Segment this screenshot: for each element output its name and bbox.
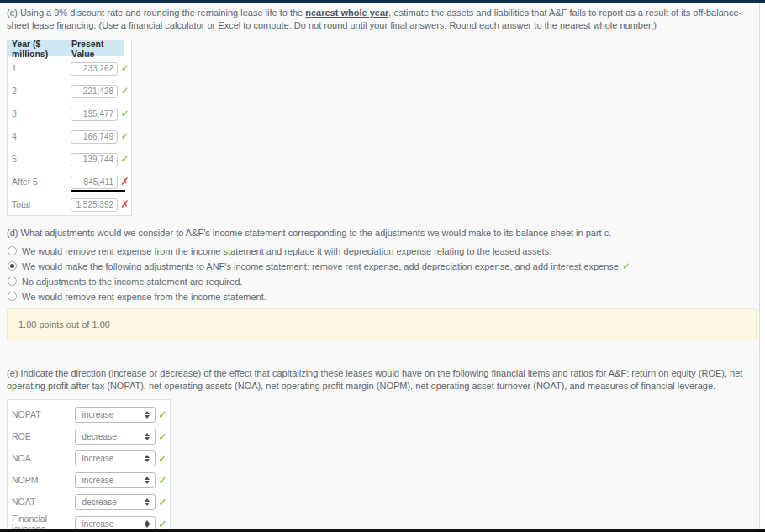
nopat-direction-select[interactable]: increase: [75, 407, 156, 423]
input-cell: [71, 128, 119, 144]
input-cell: [71, 105, 119, 121]
row-label: 3: [8, 108, 71, 119]
correct-check-icon: ✓: [119, 154, 131, 164]
column-header-result: [124, 40, 131, 56]
part-c-question-prefix: (c) Using a 9% discount rate and roundin…: [7, 8, 305, 18]
ratio-row-noa: NOA increase ✓: [8, 447, 170, 469]
present-value-table: Year ($ millions) Present Value 1 ✓ 2 ✓: [7, 40, 132, 216]
correct-check-icon: ✓: [156, 519, 170, 529]
present-value-input-after-5[interactable]: [71, 176, 118, 189]
incorrect-x-icon: ✗: [119, 176, 131, 187]
present-value-input-3[interactable]: [71, 108, 118, 121]
select-stepper-icon: [145, 411, 150, 419]
select-stepper-icon: [145, 477, 150, 484]
input-cell: [71, 173, 119, 189]
table-row-year-1: 1 ✓: [8, 56, 131, 79]
ratio-label: NOPAT: [8, 409, 75, 419]
select-stepper-icon: [145, 498, 150, 506]
points-feedback-box: 1.00 points out of 1.00: [7, 308, 757, 340]
ratio-label: ROE: [8, 431, 75, 441]
points-feedback-text: 1.00 points out of 1.00: [18, 319, 110, 329]
selected-value: increase: [76, 410, 114, 419]
radio-button-unselected[interactable]: [8, 246, 17, 255]
radio-option-text: We would make the following adjustments …: [22, 261, 621, 271]
part-e-question: (e) Indicate the direction (increase or …: [7, 367, 757, 392]
bottom-border-bar: [0, 529, 765, 532]
table-row-after-5: After 5 ✗: [8, 170, 131, 192]
input-cell: [71, 150, 119, 166]
quiz-page: (c) Using a 9% discount rate and roundin…: [0, 0, 765, 532]
radio-option-1[interactable]: We would remove rent expense from the in…: [7, 245, 752, 258]
input-cell: [71, 196, 119, 212]
correct-check-icon: ✓: [156, 497, 170, 508]
correct-check-icon: ✓: [156, 431, 170, 442]
noa-direction-select[interactable]: increase: [75, 450, 156, 466]
ratio-label: NOPM: [8, 475, 75, 485]
row-label: 4: [8, 131, 71, 141]
correct-check-icon: ✓: [156, 409, 170, 420]
input-cell: [71, 82, 119, 98]
radio-option-label: We would make the following adjustments …: [22, 261, 630, 272]
table-row-total: Total ✗: [8, 192, 131, 215]
table-row-year-4: 4 ✓: [8, 124, 131, 147]
table-row-year-2: 2 ✓: [8, 79, 131, 102]
ratio-row-roe: ROE decrease ✓: [8, 425, 170, 447]
input-cell: [71, 60, 119, 76]
part-d-section: (d) What adjustments would we consider t…: [0, 227, 759, 303]
table-row-year-3: 3 ✓: [8, 102, 131, 124]
ratio-row-nopat: NOPAT increase ✓: [8, 403, 170, 425]
radio-option-3[interactable]: No adjustments to the income statement a…: [7, 276, 752, 288]
column-header-present-value: Present Value: [71, 40, 124, 56]
row-label: 5: [8, 154, 71, 164]
ratio-row-nopm: NOPM increase ✓: [8, 469, 170, 491]
question-content: (c) Using a 9% discount rate and roundin…: [0, 3, 759, 532]
roe-direction-select[interactable]: decrease: [75, 429, 156, 445]
selected-value: decrease: [76, 498, 117, 507]
nopm-direction-select[interactable]: increase: [75, 472, 156, 488]
row-label: After 5: [8, 176, 71, 187]
ratio-effect-table: NOPAT increase ✓ ROE decrease ✓ NOA incr…: [7, 399, 171, 532]
select-stepper-icon: [145, 520, 150, 528]
column-header-year: Year ($ millions): [8, 40, 71, 56]
correct-check-icon: ✓: [156, 475, 170, 486]
radio-option-4[interactable]: We would remove rent expense from the in…: [7, 291, 752, 303]
radio-option-label: No adjustments to the income statement a…: [22, 276, 242, 287]
select-stepper-icon: [145, 455, 150, 462]
present-value-input-1[interactable]: [71, 62, 118, 76]
selected-value: increase: [76, 519, 114, 529]
present-value-table-header: Year ($ millions) Present Value: [8, 40, 131, 56]
selected-value: increase: [76, 476, 114, 485]
present-value-input-4[interactable]: [71, 130, 118, 144]
select-stepper-icon: [145, 433, 150, 440]
correct-check-icon: ✓: [622, 261, 630, 272]
selected-value: decrease: [76, 432, 117, 441]
part-c-question: (c) Using a 9% discount rate and roundin…: [7, 7, 757, 32]
top-border-bar: [0, 0, 765, 3]
noat-direction-select[interactable]: decrease: [75, 494, 156, 510]
correct-check-icon: ✓: [119, 108, 131, 119]
row-label: Total: [8, 199, 71, 209]
radio-button-unselected[interactable]: [8, 277, 17, 286]
part-c-question-bold-term: nearest whole year: [305, 8, 388, 18]
correct-check-icon: ✓: [119, 86, 131, 96]
ratio-row-noat: NOAT decrease ✓: [8, 491, 170, 513]
row-label: 2: [8, 86, 71, 96]
radio-button-selected[interactable]: [8, 261, 17, 271]
right-edge-strip: [759, 3, 765, 532]
present-value-input-total[interactable]: [71, 198, 118, 212]
table-row-year-5: 5 ✓: [8, 147, 131, 170]
ratio-label: NOA: [8, 453, 75, 463]
correct-check-icon: ✓: [156, 453, 170, 464]
ratio-label: NOAT: [8, 497, 75, 507]
present-value-input-5[interactable]: [71, 153, 118, 166]
selected-value: increase: [76, 454, 114, 463]
radio-option-2[interactable]: We would make the following adjustments …: [7, 261, 752, 273]
correct-check-icon: ✓: [119, 63, 131, 73]
radio-option-label: We would remove rent expense from the in…: [22, 291, 266, 303]
radio-option-label: We would remove rent expense from the in…: [22, 245, 551, 257]
row-label: 1: [8, 63, 71, 73]
radio-button-unselected[interactable]: [8, 292, 17, 301]
part-d-question: (d) What adjustments would we consider t…: [7, 227, 757, 240]
correct-check-icon: ✓: [119, 131, 131, 141]
present-value-input-2[interactable]: [71, 85, 118, 98]
